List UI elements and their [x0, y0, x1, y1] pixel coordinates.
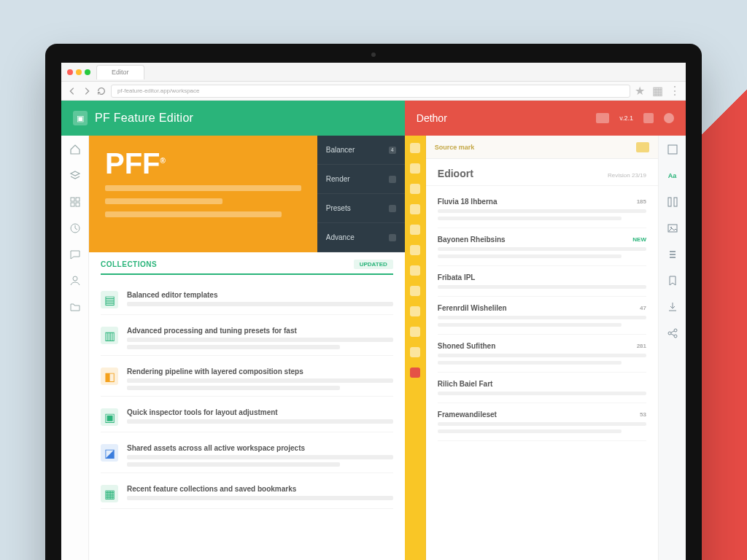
- svg-rect-6: [668, 145, 677, 154]
- list-icon[interactable]: [666, 248, 679, 261]
- hero-nav-item[interactable]: Presets: [317, 194, 405, 223]
- hero-banner: PFF®: [89, 136, 317, 252]
- row-title: Rendering pipeline with layered composit…: [127, 368, 393, 376]
- list-row[interactable]: ▦Recent feature collections and saved bo…: [101, 479, 393, 509]
- strip-alert-icon[interactable]: [410, 368, 420, 378]
- right-content: Source mark Edioort Revision 23/19 Fluvi…: [426, 136, 658, 560]
- share-icon[interactable]: [666, 327, 679, 340]
- strip-icon[interactable]: [410, 286, 420, 296]
- strip-icon[interactable]: [410, 163, 420, 174]
- url-bar[interactable]: pf-feature-editor.app/workspace: [111, 85, 630, 98]
- svg-rect-1: [76, 198, 80, 201]
- reload-icon[interactable]: [96, 86, 107, 96]
- item-line: [438, 392, 646, 395]
- row-title: Balanced editor templates: [127, 291, 393, 299]
- item-line: [438, 217, 622, 220]
- folder-icon[interactable]: [69, 300, 82, 314]
- hero-title: PFF®: [105, 149, 301, 178]
- item-line: [438, 422, 646, 426]
- left-list-tag: UPDATED: [354, 260, 393, 269]
- minimize-dot[interactable]: [76, 69, 82, 75]
- strip-icon[interactable]: [410, 327, 420, 337]
- bookmark-icon[interactable]: [666, 274, 679, 287]
- right-list-item[interactable]: Shoned Sufithen281: [438, 335, 646, 373]
- strip-icon[interactable]: [410, 225, 420, 235]
- strip-icon[interactable]: [410, 143, 420, 153]
- maximize-dot[interactable]: [85, 69, 90, 75]
- strip-icon[interactable]: [410, 184, 420, 194]
- download-icon[interactable]: [666, 300, 679, 314]
- row-text-line: [127, 302, 393, 306]
- row-text-line: [127, 386, 340, 390]
- hero-row: PFF® Balancer4 Render Presets Advance: [89, 136, 405, 252]
- right-list-item[interactable]: Bayonen RheibsinsNEW: [438, 228, 646, 266]
- right-tab[interactable]: Source mark: [435, 144, 475, 151]
- doc-icon: ▥: [101, 327, 118, 344]
- chat-icon[interactable]: [69, 248, 82, 261]
- image-icon[interactable]: [666, 222, 679, 235]
- list-row[interactable]: ▤Balanced editor templates: [101, 285, 393, 315]
- list-row[interactable]: ▥Advanced processing and tuning presets …: [101, 321, 393, 356]
- app-logo-icon[interactable]: ▣: [73, 111, 88, 125]
- extension-icon[interactable]: ▦: [652, 86, 662, 96]
- right-list-item[interactable]: Ferenrdil Wishelilen47: [438, 297, 646, 335]
- right-body: Source mark Edioort Revision 23/19 Fluvi…: [426, 136, 686, 560]
- notification-icon[interactable]: [643, 113, 654, 123]
- list-row[interactable]: ◪Shared assets across all active workspa…: [101, 438, 393, 473]
- doc-icon: ◪: [101, 444, 118, 462]
- card-icon[interactable]: [596, 113, 609, 123]
- window-controls[interactable]: [67, 69, 90, 75]
- hero-nav-item[interactable]: Balancer4: [317, 136, 405, 165]
- layers-icon[interactable]: [69, 169, 82, 182]
- row-title: Recent feature collections and saved boo…: [127, 485, 393, 493]
- tab-badge-icon[interactable]: [636, 142, 649, 152]
- strip-icon[interactable]: [410, 347, 420, 357]
- list-row[interactable]: ▣Quick inspector tools for layout adjust…: [101, 402, 393, 432]
- home-icon[interactable]: [69, 143, 82, 156]
- right-list-item[interactable]: Rilich Baiel Fart: [438, 373, 646, 403]
- item-line: [438, 323, 622, 327]
- hero-nav-item[interactable]: Render: [317, 165, 405, 194]
- star-icon[interactable]: ★: [635, 86, 645, 96]
- hero-text-line: [105, 211, 282, 217]
- strip-icon[interactable]: [410, 306, 420, 316]
- user-icon[interactable]: [69, 274, 82, 287]
- strip-icon[interactable]: [410, 245, 420, 255]
- left-rail: [61, 136, 89, 560]
- row-title: Advanced processing and tuning presets f…: [127, 327, 393, 335]
- strip-icon[interactable]: [410, 204, 420, 214]
- columns-icon[interactable]: [666, 195, 679, 209]
- list-row[interactable]: ◧Rendering pipeline with layered composi…: [101, 362, 393, 397]
- item-name: Ferenrdil Wishelilen: [438, 304, 507, 312]
- svg-rect-3: [76, 203, 80, 206]
- grid-icon[interactable]: [69, 195, 82, 209]
- hero-nav: Balancer4 Render Presets Advance: [317, 136, 405, 252]
- doc-icon: ▤: [101, 291, 118, 308]
- browser-tab[interactable]: Editor: [96, 65, 144, 79]
- svg-point-13: [674, 335, 677, 338]
- main-left-panel: PFF® Balancer4 Render Presets Advance: [89, 136, 405, 560]
- hero-nav-label: Advance: [326, 233, 355, 241]
- item-badge: 281: [637, 343, 646, 349]
- panel-icon[interactable]: [666, 143, 679, 156]
- left-list-header: Collections UPDATED: [101, 260, 393, 275]
- menu-icon[interactable]: ⋮: [670, 86, 680, 96]
- gear-icon[interactable]: [664, 113, 674, 123]
- forward-icon[interactable]: [82, 86, 92, 96]
- right-list-item[interactable]: Fribata IPL: [438, 266, 646, 297]
- item-line: [438, 247, 646, 251]
- right-list-item[interactable]: Fluvia 18 Ihberna185: [438, 190, 646, 228]
- hero-nav-item[interactable]: Advance: [317, 223, 405, 252]
- row-title: Quick inspector tools for layout adjustm…: [127, 408, 393, 416]
- item-badge: 47: [640, 305, 646, 311]
- close-dot[interactable]: [67, 69, 73, 75]
- browser-url-row: pf-feature-editor.app/workspace ★ ▦ ⋮: [61, 82, 686, 101]
- clock-icon[interactable]: [69, 222, 82, 235]
- item-line: [438, 209, 646, 213]
- back-icon[interactable]: [67, 86, 77, 96]
- svg-point-11: [668, 332, 671, 335]
- right-list-item[interactable]: Framewandileset53: [438, 403, 646, 441]
- strip-icon[interactable]: [410, 265, 420, 276]
- text-icon[interactable]: Aa: [666, 169, 679, 182]
- topbar-right-title: Dethor: [417, 112, 447, 124]
